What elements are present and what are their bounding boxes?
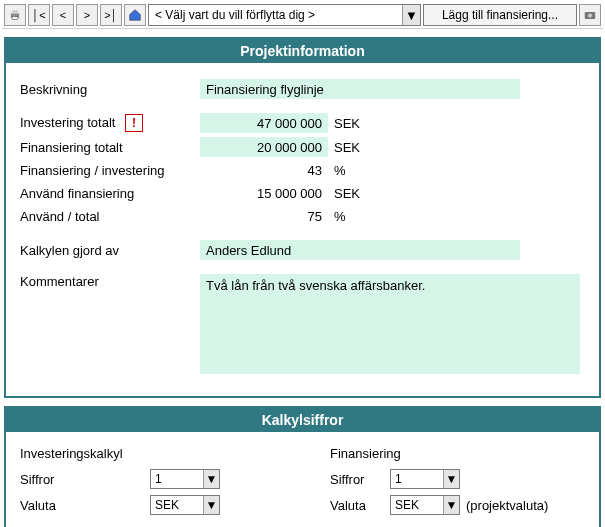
chevron-down-icon: ▼ — [443, 470, 459, 488]
fin-inv-unit: % — [334, 163, 346, 178]
home-button[interactable] — [124, 4, 146, 26]
nav-next-button[interactable]: > — [76, 4, 98, 26]
kalkyl-av-label: Kalkylen gjord av — [20, 243, 200, 258]
nav-select[interactable]: < Välj vart du vill förflytta dig > ▼ — [148, 4, 421, 26]
fin-inv-label: Finansiering / investering — [20, 163, 200, 178]
skip-back-icon: │< — [32, 9, 45, 21]
anvand-total-unit: % — [334, 209, 346, 224]
fin-inv-value: 43 — [200, 161, 328, 180]
investering-label: Investering totalt ! — [20, 114, 200, 132]
finansiering-input[interactable] — [200, 137, 328, 157]
skip-forward-icon: >│ — [104, 9, 117, 21]
beskrivning-label: Beskrivning — [20, 82, 200, 97]
projektinformation-panel: Projektinformation Beskrivning Investeri… — [4, 37, 601, 398]
chevron-right-icon: > — [84, 9, 90, 21]
chevron-down-icon: ▼ — [203, 496, 219, 514]
left-siffror-label: Siffror — [20, 472, 150, 487]
anvand-total-value: 75 — [200, 207, 328, 226]
print-icon — [8, 8, 22, 22]
kalkyl-right-head: Finansiering — [330, 446, 580, 461]
chevron-down-icon: ▼ — [402, 5, 420, 25]
warning-icon: ! — [125, 114, 143, 132]
beskrivning-input[interactable] — [200, 79, 520, 99]
nav-first-button[interactable]: │< — [28, 4, 50, 26]
kommentar-label: Kommentarer — [20, 274, 200, 289]
kalkyl-right-column: Finansiering Siffror 1 ▼ Valuta SEK ▼ (p… — [330, 446, 580, 521]
camera-icon — [583, 8, 597, 22]
anvand-fin-label: Använd finansiering — [20, 186, 200, 201]
svg-rect-1 — [12, 10, 18, 14]
right-valuta-select[interactable]: SEK ▼ — [390, 495, 460, 515]
kalkyl-header: Kalkylsiffror — [6, 408, 599, 432]
nav-last-button[interactable]: >│ — [100, 4, 122, 26]
nav-prev-button[interactable]: < — [52, 4, 74, 26]
anvand-total-label: Använd / total — [20, 209, 200, 224]
kalkyl-left-head: Investeringskalkyl — [20, 446, 270, 461]
camera-button[interactable] — [579, 4, 601, 26]
home-icon — [128, 8, 142, 22]
chevron-left-icon: < — [60, 9, 66, 21]
anvand-fin-value: 15 000 000 — [200, 184, 328, 203]
svg-rect-2 — [12, 17, 18, 20]
svg-point-4 — [588, 14, 592, 18]
add-financing-button[interactable]: Lägg till finansiering... — [423, 4, 577, 26]
finansiering-label: Finansiering totalt — [20, 140, 200, 155]
toolbar: │< < > >│ < Välj vart du vill förflytta … — [2, 2, 603, 29]
nav-select-text: < Välj vart du vill förflytta dig > — [149, 8, 402, 22]
right-siffror-select[interactable]: 1 ▼ — [390, 469, 460, 489]
projektinfo-header: Projektinformation — [6, 39, 599, 63]
right-siffror-label: Siffror — [330, 472, 390, 487]
left-valuta-label: Valuta — [20, 498, 150, 513]
kommentar-textarea[interactable] — [200, 274, 580, 374]
finansiering-unit: SEK — [334, 140, 360, 155]
anvand-fin-unit: SEK — [334, 186, 360, 201]
kalkyl-av-input[interactable] — [200, 240, 520, 260]
kalkyl-left-column: Investeringskalkyl Siffror 1 ▼ Valuta SE… — [20, 446, 270, 521]
left-valuta-select[interactable]: SEK ▼ — [150, 495, 220, 515]
chevron-down-icon: ▼ — [203, 470, 219, 488]
kalkylsiffror-panel: Kalkylsiffror Investeringskalkyl Siffror… — [4, 406, 601, 527]
investering-unit: SEK — [334, 116, 360, 131]
chevron-down-icon: ▼ — [443, 496, 459, 514]
right-valuta-label: Valuta — [330, 498, 390, 513]
print-button[interactable] — [4, 4, 26, 26]
projektvaluta-label: (projektvaluta) — [466, 498, 548, 513]
investering-input[interactable] — [200, 113, 328, 133]
left-siffror-select[interactable]: 1 ▼ — [150, 469, 220, 489]
